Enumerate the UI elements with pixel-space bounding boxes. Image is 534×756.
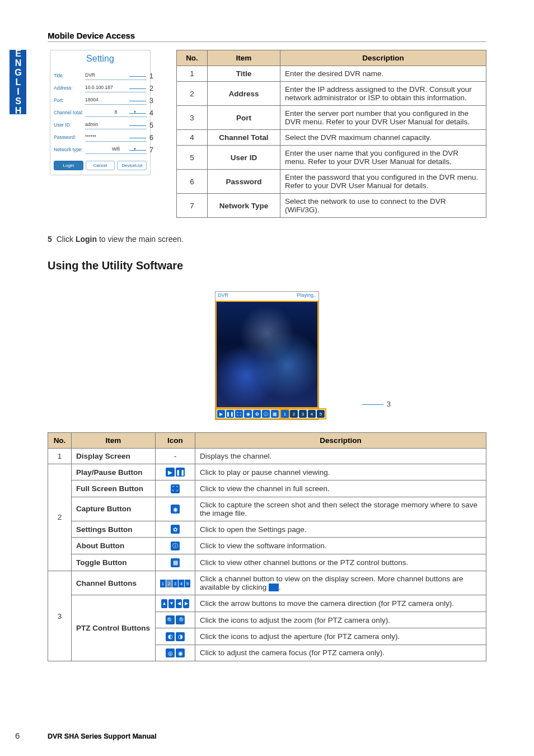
- focus-icons: ◎◉: [166, 648, 185, 657]
- phone-status: Playing..: [297, 292, 316, 301]
- table-row: 2AddressEnter the IP address assigned to…: [177, 82, 486, 106]
- table-row: PTZ Control Buttons ▲▼◀▶ Click the arrow…: [48, 595, 486, 612]
- language-tab: ENGLISH: [10, 50, 26, 114]
- gear-icon: ✿: [171, 525, 180, 534]
- pause-icon[interactable]: ❚❚: [226, 410, 234, 418]
- grid-icon: ▦: [171, 558, 180, 567]
- table-row: 1TitleEnter the desired DVR name.: [177, 66, 486, 82]
- page-number: 6: [15, 731, 20, 740]
- th2-no: No.: [48, 433, 72, 449]
- table-row: Settings Button ✿ Click to open the Sett…: [48, 521, 486, 538]
- callout-3: 3: [129, 97, 153, 105]
- utility-heading: Using the Utility Software: [48, 259, 486, 272]
- phone-title: DVR: [218, 292, 228, 301]
- th2-desc: Description: [195, 433, 486, 449]
- utility-table: No. Item Icon Description 1 Display Scre…: [48, 432, 486, 661]
- table-row: 5User IDEnter the user name that you con…: [177, 146, 486, 170]
- th-no: No.: [177, 50, 208, 66]
- info-icon: ⓘ: [171, 542, 180, 550]
- language-label: ENGLISH: [13, 49, 23, 115]
- toggle-mini-icon: [269, 584, 279, 591]
- phone-view: DVR Playing.. ▶ ❚❚ ⛶ ◉ ✿ ⓘ ▦ 1 2 3: [215, 291, 319, 420]
- table-row: 6PasswordEnter the password that you con…: [177, 170, 486, 194]
- channel-5-button[interactable]: 5: [317, 410, 325, 418]
- camera-icon: ◉: [171, 505, 180, 514]
- callout-4: 4: [129, 109, 153, 117]
- play-icon[interactable]: ▶: [217, 410, 225, 418]
- channel-2-button[interactable]: 2: [290, 410, 298, 418]
- table-row: About Button ⓘ Click to view the softwar…: [48, 538, 486, 554]
- label-port: Port:: [54, 97, 85, 103]
- table-row: 2 Play/Pause Button ▶❚❚ Click to play or…: [48, 464, 486, 480]
- channel-buttons-icon: 12345: [160, 580, 190, 587]
- aperture-icons: ◐◑: [166, 632, 185, 641]
- cancel-button[interactable]: Cancel: [86, 161, 115, 170]
- table-row: 3 Channel Buttons 12345 Click a channel …: [48, 571, 486, 595]
- login-button[interactable]: Login: [54, 161, 83, 170]
- zoom-icons: 🔍🔎: [166, 615, 185, 624]
- table-row: 1 Display Screen - Displays the channel.: [48, 449, 486, 464]
- th2-item: Item: [72, 433, 156, 449]
- table-row: Capture Button ◉ Click to capture the sc…: [48, 497, 486, 521]
- step-login-word: Login: [76, 235, 97, 244]
- step-number: 5: [48, 235, 52, 244]
- grid-icon[interactable]: ▦: [271, 410, 279, 418]
- label-password: Password:: [54, 134, 85, 140]
- channel-4-button[interactable]: 4: [308, 410, 316, 418]
- table-row: 4Channel TotalSelect the DVR maximum cha…: [177, 130, 486, 146]
- callout-2: 2: [129, 85, 153, 92]
- fullscreen-icon: ⛶: [171, 484, 180, 493]
- table-row: Toggle Button ▦ Click to view other chan…: [48, 554, 486, 571]
- display-screen[interactable]: [216, 301, 318, 408]
- label-title: Title:: [54, 73, 85, 78]
- arrow-icons: ▲▼◀▶: [161, 599, 189, 608]
- step-5: 5 Click Login to view the main screen.: [48, 235, 486, 244]
- callout-5: 5: [129, 122, 153, 129]
- pause-icon: ❚❚: [176, 468, 185, 477]
- manual-name: DVR SHA Series Support Manual: [48, 732, 157, 740]
- label-network-type: Network type:: [54, 147, 85, 152]
- fig-callout-3: 3: [362, 400, 394, 408]
- channel-3-button[interactable]: 3: [299, 410, 307, 418]
- label-user-id: User ID:: [54, 122, 85, 128]
- info-icon[interactable]: ⓘ: [262, 410, 270, 418]
- fullscreen-icon[interactable]: ⛶: [235, 410, 243, 418]
- th2-icon: Icon: [156, 433, 195, 449]
- section-heading: Mobile Device Access: [48, 31, 486, 42]
- table-row: Full Screen Button ⛶ Click to view the c…: [48, 480, 486, 497]
- camera-icon[interactable]: ◉: [244, 410, 252, 418]
- label-channel-total: Channel total:: [54, 110, 85, 115]
- th-desc: Description: [280, 50, 486, 66]
- callout-1: 1: [129, 72, 153, 80]
- callout-7: 7: [129, 146, 153, 154]
- phone-toolbar: ▶ ❚❚ ⛶ ◉ ✿ ⓘ ▦ 1 2 3 4 5: [216, 408, 318, 419]
- table-row: 3PortEnter the server port number that y…: [177, 106, 486, 130]
- th-item: Item: [208, 50, 280, 66]
- label-address: Address:: [54, 85, 85, 91]
- gear-icon[interactable]: ✿: [253, 410, 261, 418]
- settings-table: No. Item Description 1TitleEnter the des…: [176, 50, 486, 218]
- channel-1-button[interactable]: 1: [281, 410, 289, 418]
- play-icon: ▶: [166, 468, 175, 477]
- callout-6: 6: [129, 134, 153, 142]
- table-row: 7Network TypeSelect the network to use t…: [177, 194, 486, 218]
